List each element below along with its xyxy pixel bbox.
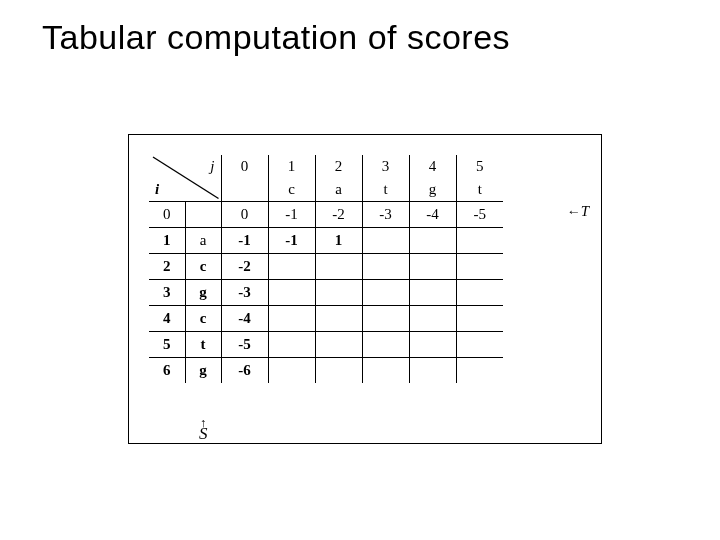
cell: [409, 227, 456, 253]
i-index: 3: [149, 279, 185, 305]
cell: [362, 331, 409, 357]
s-char: [185, 201, 221, 227]
cell: [362, 253, 409, 279]
cell: [315, 305, 362, 331]
s-char: a: [185, 227, 221, 253]
cell: -2: [221, 253, 268, 279]
cell: -4: [221, 305, 268, 331]
cell: 0: [221, 201, 268, 227]
cell: [362, 227, 409, 253]
t-char: a: [316, 181, 362, 198]
i-index: 6: [149, 357, 185, 383]
j-index: 2 a: [315, 155, 362, 201]
arrow-left-icon: ←: [567, 204, 581, 219]
cell: -6: [221, 357, 268, 383]
s-char: g: [185, 279, 221, 305]
cell: [315, 357, 362, 383]
cell: [409, 253, 456, 279]
i-index: 1: [149, 227, 185, 253]
s-char: g: [185, 357, 221, 383]
j-index: 3 t: [362, 155, 409, 201]
cell: [268, 357, 315, 383]
j-index: 5 t: [456, 155, 503, 201]
cell: [315, 253, 362, 279]
cell: -5: [221, 331, 268, 357]
table-frame: j i 0 1 c 2 a 3 t 4 g 5: [128, 134, 602, 444]
j-index: 0: [221, 155, 268, 201]
cell: [456, 331, 503, 357]
j-index-val: 3: [363, 158, 409, 175]
cell: -1: [268, 201, 315, 227]
cell: [409, 357, 456, 383]
cell: -5: [456, 201, 503, 227]
svg-line-0: [153, 157, 219, 199]
cell: [456, 279, 503, 305]
j-index-val: 2: [316, 158, 362, 175]
j-index: 1 c: [268, 155, 315, 201]
t-label: T: [581, 203, 589, 219]
cell: [315, 331, 362, 357]
slide-title: Tabular computation of scores: [42, 18, 510, 57]
t-char: c: [269, 181, 315, 198]
cell: [456, 253, 503, 279]
t-char: g: [410, 181, 456, 198]
j-index-val: 0: [222, 158, 268, 175]
s-sequence-pointer: ↑ S: [199, 417, 208, 439]
i-index: 0: [149, 201, 185, 227]
cell: -3: [362, 201, 409, 227]
cell: -4: [409, 201, 456, 227]
cell: -1: [221, 227, 268, 253]
cell: [362, 279, 409, 305]
s-char: t: [185, 331, 221, 357]
j-index-val: 5: [457, 158, 504, 175]
t-sequence-pointer: ←T: [567, 203, 589, 220]
j-index-val: 4: [410, 158, 456, 175]
cell: [268, 305, 315, 331]
s-char: c: [185, 305, 221, 331]
i-index: 4: [149, 305, 185, 331]
cell: [315, 279, 362, 305]
cell: [409, 305, 456, 331]
cell: [456, 357, 503, 383]
i-index: 5: [149, 331, 185, 357]
cell: [268, 331, 315, 357]
s-label: S: [199, 424, 208, 443]
j-label: j: [210, 158, 214, 175]
t-char: t: [363, 181, 409, 198]
score-table: j i 0 1 c 2 a 3 t 4 g 5: [149, 155, 503, 383]
t-char: t: [457, 181, 504, 198]
cell: [409, 331, 456, 357]
s-char: c: [185, 253, 221, 279]
j-index: 4 g: [409, 155, 456, 201]
i-label: i: [155, 181, 159, 198]
cell: [362, 305, 409, 331]
corner-cell: j i: [149, 155, 221, 201]
j-index-val: 1: [269, 158, 315, 175]
cell: [362, 357, 409, 383]
cell: [456, 305, 503, 331]
cell: -3: [221, 279, 268, 305]
i-index: 2: [149, 253, 185, 279]
cell: [268, 279, 315, 305]
cell: -2: [315, 201, 362, 227]
cell: -1: [268, 227, 315, 253]
cell: 1: [315, 227, 362, 253]
cell: [268, 253, 315, 279]
cell: [409, 279, 456, 305]
cell: [456, 227, 503, 253]
